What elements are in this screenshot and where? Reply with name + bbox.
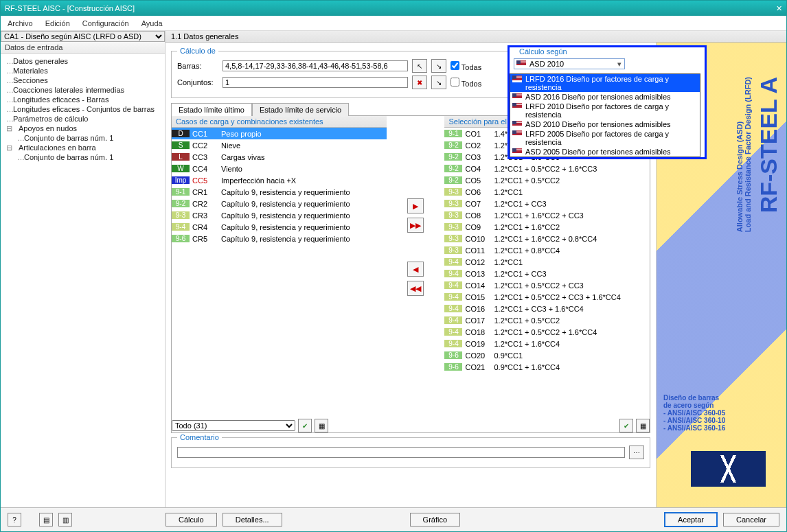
list-row[interactable]: 9-3CO101.2*CC1 + 1.6*CC2 + 0.8*CC4 [444,233,650,244]
conjuntos-label: Conjuntos: [177,78,218,86]
comment-fieldset: Comentario ⋯ [171,433,650,468]
cancel-button[interactable]: Cancelar [723,513,779,527]
grid-icon[interactable]: ▦ [315,419,328,432]
tree-item[interactable]: Parámetros de cálculo [5,114,161,124]
tree-item[interactable]: Coacciones laterales intermedias [5,85,161,95]
move-right-button[interactable]: ▶ [407,198,424,213]
nav-tree: Datos generalesMaterialesSeccionesCoacci… [1,54,165,507]
accept-button[interactable]: Aceptar [664,512,718,527]
list-row[interactable]: 9-4CR4Capítulo 9, resistencia y requerim… [172,221,387,233]
barras-label: Barras: [177,62,218,70]
list-row[interactable]: 9-6CR5Capítulo 9, resistencia y requerim… [172,233,387,244]
grid2-icon[interactable]: ▦ [636,419,650,432]
tree-item[interactable]: Articulaciones en barra [5,143,161,152]
tab-ultimate[interactable]: Estado límite último [171,103,252,116]
todas-checkbox[interactable] [450,61,459,70]
move-left-button[interactable]: ◀ [407,262,424,277]
dropdown-option[interactable]: ASD 2016 Diseño por tensiones admisibles [510,92,700,102]
tree-item[interactable]: Longitudes eficaces - Barras [5,95,161,104]
menu-help[interactable]: Ayuda [141,19,163,27]
calc-button[interactable]: Cálculo [166,513,217,527]
list-row[interactable]: 9-2CO41.2*CC1 + 0.5*CC2 + 1.6*CC3 [444,163,650,174]
list-row[interactable]: 9-3CO111.2*CC1 + 0.8*CC4 [444,244,650,256]
graph-button[interactable]: Gráfico [410,513,460,527]
list-row[interactable]: ImpCC5Imperfección hacia +X [172,174,387,186]
close-icon[interactable]: ✕ [776,4,782,13]
calc-segun-select[interactable]: ASD 2010 [514,58,625,69]
left-list[interactable]: DCC1Peso propioSCC2NieveLCC3Cargas vivas… [172,128,387,416]
list-row[interactable]: 9-2CR2Capítulo 9, resistencia y requerim… [172,198,387,209]
left-list-header: Casos de carga y combinaciones existente… [172,116,387,128]
titlebar: RF-STEEL AISC - [Construcción AISC] ✕ [1,1,786,16]
list-row[interactable]: 9-4CO191.2*CC1 + 1.6*CC4 [444,338,650,349]
move-all-left-button[interactable]: ◀◀ [407,281,424,296]
dropdown-option[interactable]: LRFD 2016 Diseño por factores de carga y… [510,74,700,92]
list-row[interactable]: 9-4CO181.2*CC1 + 0.5*CC2 + 1.6*CC4 [444,326,650,338]
tree-item[interactable]: Conjunto de barras núm. 1 [5,133,161,143]
tree-item[interactable]: Datos generales [5,56,161,66]
menu-file[interactable]: Archivo [8,19,33,27]
check2-icon[interactable]: ✔ [619,419,633,432]
page-title: 1.1 Datos generales [166,31,786,43]
del-icon[interactable]: ✖ [412,76,427,89]
list-row[interactable]: 9-4CO131.2*CC1 + CC3 [444,268,650,279]
list-row[interactable]: LCC3Cargas vivas [172,151,387,163]
list-row[interactable]: 9-3CO81.2*CC1 + 1.6*CC2 + CC3 [444,209,650,221]
list-row[interactable]: 9-3CO61.2*CC1 [444,186,650,198]
tree-item[interactable]: Apoyos en nudos [5,124,161,133]
help-icon[interactable]: ? [8,513,21,527]
window-title: RF-STEEL AISC - [Construcción AISC] [5,4,135,12]
menubar: Archivo Edición Configuración Ayuda [1,16,786,31]
calc-segun-options: LRFD 2016 Diseño por factores de carga y… [510,73,700,157]
check-icon[interactable]: ✔ [298,419,312,432]
list-row[interactable]: 9-4CO141.2*CC1 + 0.5*CC2 + CC3 [444,279,650,291]
list-row[interactable]: WCC4Viento [172,163,387,174]
list-row[interactable]: 9-2CO51.2*CC1 + 0.5*CC2 [444,174,650,186]
pick-icon[interactable]: ↖ [412,59,427,73]
move-all-right-button[interactable]: ▶▶ [407,218,424,233]
details-button[interactable]: Detalles... [223,513,282,527]
tool2-icon[interactable]: ▥ [58,513,72,527]
pick3-icon[interactable]: ↘ [431,76,446,89]
tree-item[interactable]: Conjunto de barras núm. 1 [5,152,161,162]
menu-edit[interactable]: Edición [45,19,70,27]
list-row[interactable]: 9-4CO151.2*CC1 + 0.5*CC2 + CC3 + 1.6*CC4 [444,291,650,303]
dropdown-option[interactable]: ASD 2010 Diseño por tensiones admisibles [510,119,700,129]
tree-item[interactable]: Materiales [5,66,161,76]
sidebar: CA1 - Diseño según AISC (LRFD o ASD) Dat… [1,31,166,507]
tree-item[interactable]: Longitudes eficaces - Conjuntos de barra… [5,104,161,114]
list-row[interactable]: DCC1Peso propio [172,128,387,139]
right-list[interactable]: 9-1CO11.4*CC19-2CO21.2*CC19-2CO31.2*CC1 … [444,128,650,416]
logo-icon [691,451,766,487]
list-row[interactable]: 9-3CR3Capítulo 9, resistencia y requerim… [172,209,387,221]
list-row[interactable]: SCC2Nieve [172,139,387,151]
list-row[interactable]: 9-6CO200.9*CC1 [444,349,650,361]
dropdown-option[interactable]: LRFD 2005 Diseño por factores de carga y… [510,129,700,147]
sidebar-header: Datos de entrada [1,42,165,54]
footer: ? ▤ ▥ Cálculo Detalles... Gráfico Acepta… [1,507,786,531]
list-row[interactable]: 9-3CO91.2*CC1 + 1.6*CC2 [444,221,650,233]
todos-checkbox[interactable] [450,78,459,86]
barras-input[interactable] [223,60,408,71]
conjuntos-input[interactable] [223,77,408,88]
dropdown-option[interactable]: ASD 2005 Diseño por tensiones admisibles [510,147,700,157]
list-row[interactable]: 9-6CO210.9*CC1 + 1.6*CC4 [444,361,650,373]
comment-pick-icon[interactable]: ⋯ [629,446,644,459]
list-row[interactable]: 9-4CO161.2*CC1 + CC3 + 1.6*CC4 [444,303,650,314]
list-row[interactable]: 9-4CO121.2*CC1 [444,256,650,268]
pick2-icon[interactable]: ↘ [431,59,446,73]
case-select[interactable]: CA1 - Diseño según AISC (LRFD o ASD) [1,31,165,42]
filter-select[interactable]: Todo (31) [172,420,295,431]
calc-segun-dropdown: Cálculo según ASD 2010 LRFD 2016 Diseño … [507,45,707,159]
list-row[interactable]: 9-1CR1Capítulo 9, resistencia y requerim… [172,186,387,198]
tool1-icon[interactable]: ▤ [39,513,53,527]
tree-item[interactable]: Secciones [5,76,161,85]
comment-input[interactable] [177,447,625,458]
list-row[interactable]: 9-3CO71.2*CC1 + CC3 [444,198,650,209]
list-row[interactable]: 9-4CO171.2*CC1 + 0.5*CC2 [444,314,650,326]
tab-service[interactable]: Estado límite de servicio [252,103,349,116]
dropdown-option[interactable]: LRFD 2010 Diseño por factores de carga y… [510,102,700,119]
menu-config[interactable]: Configuración [82,19,129,27]
